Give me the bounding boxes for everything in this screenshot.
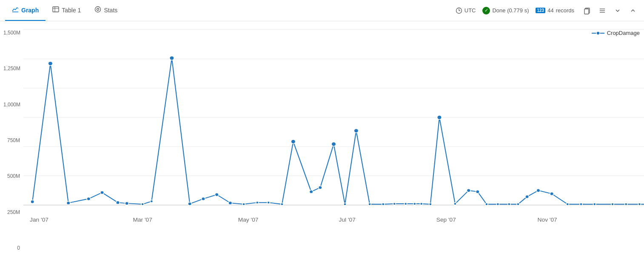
columns-button[interactable]: [596, 5, 608, 17]
svg-point-67: [611, 203, 614, 205]
svg-text:Jul '07: Jul '07: [339, 217, 356, 223]
svg-point-59: [508, 203, 510, 205]
records-icon: 123: [536, 8, 545, 13]
tab-graph-label: Graph: [21, 7, 39, 14]
svg-point-43: [331, 142, 336, 146]
svg-point-61: [525, 195, 529, 198]
table-icon: [52, 6, 59, 14]
records-count: 44: [547, 7, 553, 14]
svg-point-51: [420, 202, 422, 205]
svg-point-60: [517, 203, 519, 205]
tab-table1[interactable]: Table 1: [46, 0, 88, 21]
svg-point-35: [228, 201, 232, 205]
collapse-button[interactable]: [627, 5, 639, 17]
chart-legend: CropDamage: [592, 30, 640, 36]
y-label-1500: 1,500M: [3, 30, 20, 36]
copy-button[interactable]: [581, 5, 593, 17]
svg-point-40: [291, 140, 296, 144]
svg-point-55: [467, 189, 470, 192]
svg-point-37: [256, 201, 259, 204]
svg-point-62: [536, 189, 540, 192]
svg-point-63: [550, 192, 553, 196]
svg-point-48: [393, 202, 396, 205]
stats-icon: [94, 6, 101, 14]
svg-point-46: [368, 203, 371, 205]
svg-point-68: [625, 203, 627, 205]
chart-area: 1,500M 1,250M 1,000M 750M 500M 250M 0: [0, 21, 644, 268]
svg-point-31: [170, 56, 174, 60]
main-chart-svg: Jan '07 Mar '07 May '07 Jul '07 Sep '07 …: [23, 26, 644, 251]
svg-point-65: [580, 203, 582, 205]
y-label-500: 500M: [3, 173, 20, 179]
svg-point-69: [638, 203, 641, 205]
svg-point-36: [242, 203, 245, 205]
svg-point-56: [476, 190, 479, 194]
y-label-1000: 1,000M: [3, 102, 20, 108]
svg-point-26: [100, 191, 104, 194]
svg-point-27: [116, 201, 120, 204]
chart-inner: Jan '07 Mar '07 May '07 Jul '07 Sep '07 …: [23, 26, 644, 268]
done-badge: ✓ Done (0.779 s): [482, 7, 529, 14]
svg-point-4: [95, 7, 101, 12]
svg-text:Nov '07: Nov '07: [538, 217, 557, 223]
chevron-down-button[interactable]: [612, 5, 624, 17]
done-check-icon: ✓: [482, 7, 490, 14]
svg-point-28: [125, 202, 128, 205]
svg-point-52: [429, 203, 432, 205]
top-bar: Graph Table 1 Stats UTC: [0, 0, 644, 21]
svg-point-32: [188, 202, 191, 205]
svg-point-25: [87, 197, 90, 200]
svg-point-23: [48, 61, 53, 66]
svg-point-24: [66, 201, 70, 205]
svg-rect-10: [584, 9, 589, 14]
svg-point-38: [267, 201, 270, 204]
svg-point-49: [404, 202, 407, 205]
legend-label: CropDamage: [607, 30, 640, 36]
svg-point-44: [344, 203, 346, 205]
svg-text:May '07: May '07: [238, 217, 259, 223]
graph-icon: [12, 6, 19, 14]
svg-point-22: [31, 200, 34, 203]
done-label: Done (0.779 s): [492, 7, 529, 14]
tab-table1-label: Table 1: [62, 7, 81, 14]
y-axis: 1,500M 1,250M 1,000M 750M 500M 250M 0: [0, 26, 23, 268]
svg-point-29: [141, 203, 144, 205]
svg-point-5: [97, 9, 99, 11]
svg-point-34: [215, 193, 218, 197]
svg-point-57: [485, 203, 488, 205]
toolbar-icons: [581, 5, 639, 17]
svg-text:Jan '07: Jan '07: [30, 217, 48, 223]
svg-point-30: [150, 200, 153, 202]
svg-point-41: [309, 190, 313, 194]
svg-text:Mar '07: Mar '07: [133, 217, 152, 223]
clock-icon: [456, 7, 462, 14]
svg-point-58: [496, 203, 499, 205]
svg-point-42: [319, 186, 322, 189]
svg-point-33: [202, 197, 205, 200]
y-label-0: 0: [3, 245, 20, 251]
svg-point-54: [454, 202, 456, 205]
tab-stats[interactable]: Stats: [88, 0, 124, 21]
records-badge: 123 44 records: [536, 7, 574, 14]
status-area: UTC ✓ Done (0.779 s) 123 44 records: [456, 5, 639, 17]
svg-point-53: [437, 115, 442, 120]
svg-point-45: [354, 128, 359, 133]
tab-stats-label: Stats: [104, 7, 117, 14]
svg-rect-1: [53, 7, 59, 12]
tab-graph[interactable]: Graph: [5, 0, 46, 21]
utc-badge[interactable]: UTC: [456, 7, 476, 14]
svg-point-77: [596, 31, 600, 35]
y-label-250: 250M: [3, 209, 20, 215]
y-label-1250: 1,250M: [3, 66, 20, 71]
svg-point-47: [382, 203, 385, 205]
legend-line-icon: [592, 31, 604, 36]
svg-point-39: [281, 203, 283, 205]
utc-label: UTC: [464, 7, 476, 14]
svg-point-64: [566, 203, 569, 205]
svg-point-50: [413, 202, 416, 205]
svg-point-66: [593, 203, 596, 205]
svg-text:Sep '07: Sep '07: [436, 217, 456, 223]
records-label: records: [556, 7, 574, 14]
y-label-750: 750M: [3, 137, 20, 143]
